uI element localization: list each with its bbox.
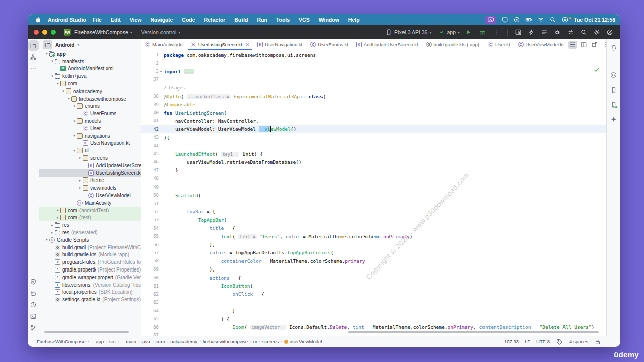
- line-number[interactable]: 55: [141, 234, 159, 239]
- editor-list-button[interactable]: [568, 41, 577, 49]
- code-line-1[interactable]: 1package com.oakacademy.firebasewithcomp…: [141, 51, 606, 59]
- line-number[interactable]: 41: [141, 118, 159, 123]
- tree-item-libs-versions-toml-version-catalog-libs[interactable]: Tlibs.versions.toml(Version Catalog "lib…: [39, 281, 141, 289]
- vcs-widget[interactable]: Version control▾: [141, 29, 180, 35]
- tree-item-usernavigation-kt[interactable]: KUserNavigation.kt: [39, 140, 141, 147]
- tree-item-userenums[interactable]: CUserEnums: [39, 110, 141, 117]
- code-line-63[interactable]: 63: [141, 298, 606, 306]
- line-number[interactable]: 51: [141, 201, 159, 206]
- tree-item-res[interactable]: ▸res: [39, 221, 141, 229]
- code-line-47[interactable]: 47 }: [141, 166, 606, 174]
- tree-item-proguard-rules-pro-proguard-rules-fo[interactable]: ≡proguard-rules.pro(ProGuard Rules fo: [39, 258, 141, 266]
- line-number[interactable]: 42: [141, 127, 159, 132]
- tab-addupdateuserscreen-kt[interactable]: KAddUpdateUserScreen.kt: [352, 39, 422, 50]
- tree-item-build-gradle-kts-project-firebasewithc[interactable]: Gbuild.gradle.kts(Project: FirebaseWithC: [39, 244, 141, 251]
- tree-expand-chevron[interactable]: ▸: [55, 208, 60, 212]
- code-line-56[interactable]: 56 },: [141, 240, 606, 248]
- line-number[interactable]: 3: [141, 69, 159, 74]
- menu-run[interactable]: Run: [252, 17, 271, 23]
- run-configuration-selector[interactable]: app▾: [438, 29, 460, 36]
- tree-item-gradle-scripts[interactable]: ▾GGradle Scripts: [39, 236, 141, 244]
- tree-expand-chevron[interactable]: ▾: [50, 59, 55, 63]
- line-number[interactable]: 2: [141, 61, 159, 66]
- tree-item-local-properties-sdk-location[interactable]: *local.properties(SDK Location): [39, 289, 141, 296]
- menu-view[interactable]: View: [125, 17, 146, 23]
- line-number[interactable]: 52: [141, 209, 159, 214]
- line-number[interactable]: 59: [141, 267, 159, 272]
- tree-expand-chevron[interactable]: ▾: [50, 74, 55, 78]
- breadcrumb-firebasewithcompose[interactable]: FirebaseWithCompose: [32, 339, 86, 344]
- code-line-61[interactable]: 61 IconButton(: [141, 282, 606, 290]
- code-line-46[interactable]: 46 userViewModel.retrieveDataFromDatabas…: [141, 158, 606, 166]
- menubar-app-name[interactable]: Android Studio: [48, 17, 86, 23]
- breadcrumb-main[interactable]: main: [121, 339, 136, 344]
- plugin-icon[interactable]: [556, 338, 563, 345]
- menu-file[interactable]: File: [88, 17, 106, 23]
- code-line-38[interactable]: 38@OptIn( ...markerClass = ExperimentalM…: [141, 92, 606, 100]
- device-file-explorer-icon[interactable]: [565, 27, 576, 37]
- terminal-button[interactable]: [28, 311, 39, 321]
- settings-icon[interactable]: [591, 27, 602, 37]
- project-view-selector[interactable]: Android: [55, 42, 74, 48]
- run-button[interactable]: [463, 27, 474, 37]
- line-number[interactable]: 53: [141, 217, 159, 222]
- code-line-3[interactable]: 3▸import ...: [141, 67, 606, 75]
- menu-navigate[interactable]: Navigate: [146, 17, 178, 23]
- line-number[interactable]: 37: [141, 77, 159, 82]
- close-tab-icon[interactable]: ✕: [246, 42, 250, 47]
- menu-edit[interactable]: Edit: [106, 17, 125, 23]
- tree-expand-chevron[interactable]: ▾: [44, 238, 49, 242]
- tree-item-enums[interactable]: ▾enums: [39, 103, 141, 110]
- tree-item-com[interactable]: ▾com: [39, 80, 141, 87]
- menu-vcs[interactable]: VCS: [294, 17, 314, 23]
- profiler-icon[interactable]: [513, 27, 524, 37]
- tab-mainactivity-kt[interactable]: CMainActivity.kt: [141, 39, 187, 50]
- code-line-40[interactable]: 40fun UserListingScreen(: [141, 109, 606, 117]
- breadcrumb-oakacademy[interactable]: oakacademy: [170, 339, 197, 344]
- spotlight-search-icon[interactable]: [549, 16, 556, 23]
- screen-mirroring-icon[interactable]: [485, 16, 496, 24]
- app-quality-insights-button[interactable]: [28, 276, 39, 287]
- tree-expand-chevron[interactable]: ▾: [61, 89, 66, 93]
- tree-item-viewmodels[interactable]: ▾viewmodels: [39, 184, 141, 192]
- line-number[interactable]: 56: [141, 242, 159, 247]
- breadcrumb-userviewmodel[interactable]: userViewModel: [284, 339, 323, 344]
- line-number[interactable]: 54: [141, 226, 159, 231]
- breadcrumb-com[interactable]: com: [156, 339, 165, 344]
- detach-editor-button[interactable]: [590, 41, 599, 49]
- line-number[interactable]: 45: [141, 151, 159, 156]
- caret-position[interactable]: 107:93: [504, 339, 519, 344]
- tree-expand-chevron[interactable]: ▾: [55, 82, 60, 86]
- minimize-window-button[interactable]: [42, 30, 47, 35]
- file-encoding[interactable]: UTF-8: [536, 339, 550, 344]
- tree-item-manifests[interactable]: ▾manifests: [39, 58, 141, 65]
- breadcrumb-screens[interactable]: screens: [262, 339, 279, 344]
- menu-refactor[interactable]: Refactor: [200, 17, 230, 23]
- project-toolwindow-button[interactable]: [28, 40, 39, 51]
- tree-item-ui[interactable]: ▾ui: [39, 147, 141, 154]
- breadcrumb-firebasewithcompose[interactable]: firebasewithcompose: [203, 339, 248, 344]
- notifications-button[interactable]: [608, 42, 619, 53]
- code-line-54[interactable]: 54 title = {: [141, 224, 606, 232]
- code-line-64[interactable]: 64 }: [141, 307, 606, 315]
- tree-item-app[interactable]: ▾app: [39, 50, 141, 58]
- read-write-lock-icon[interactable]: [594, 338, 601, 345]
- code-line-48[interactable]: 48: [141, 174, 606, 183]
- tree-expand-chevron[interactable]: ▸: [50, 223, 55, 227]
- build-variants-icon[interactable]: [539, 27, 550, 37]
- attach-debugger-icon[interactable]: [552, 27, 563, 37]
- tree-expand-chevron[interactable]: ▾: [77, 156, 83, 160]
- code-line-44[interactable]: 44: [141, 141, 606, 149]
- line-number[interactable]: 57: [141, 250, 159, 255]
- line-number[interactable]: 61: [141, 284, 159, 289]
- code-line-52[interactable]: 52 topBar = {: [141, 208, 606, 216]
- tree-expand-chevron[interactable]: ▾: [72, 134, 77, 138]
- menubar-clock[interactable]: Tue Oct 21 12:58: [574, 17, 615, 23]
- tree-expand-chevron[interactable]: ▸: [55, 216, 60, 220]
- code-line-55[interactable]: 55 Text( text = "Users", color = Materia…: [141, 232, 606, 240]
- tree-item-models[interactable]: ▾models: [39, 117, 141, 125]
- code-hint-line[interactable]: 2 Usages: [141, 84, 606, 92]
- line-number[interactable]: 46: [141, 159, 159, 164]
- menu-help[interactable]: Help: [344, 17, 364, 23]
- indent-setting[interactable]: 4 spaces: [569, 339, 588, 344]
